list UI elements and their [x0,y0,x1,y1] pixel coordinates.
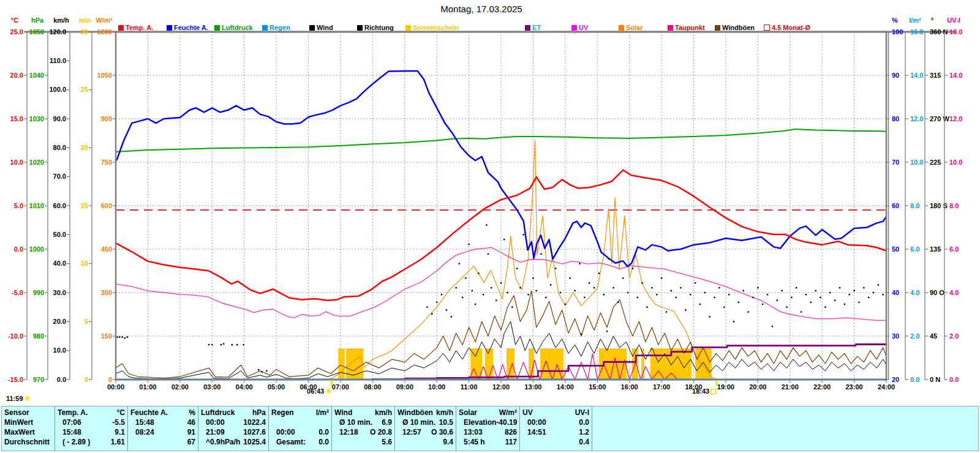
axis-label-uvi: 10.0 [949,159,962,166]
stats-row-label: Durchschnitt [4,437,52,447]
stats-avg: ( - 2.89 )1.61 [58,437,125,447]
wind-direction-dot [468,244,469,245]
stats-max: 12:57O 30.6 [398,427,453,437]
wind-direction-dot [762,304,763,305]
x-axis-label: 17:00 [653,383,670,391]
axis-label-pct: 90 [892,72,899,79]
stats-avg-value: 1025.4 [243,437,266,447]
axis-label-lm2: 2.0 [910,332,919,340]
axis-label-kmh: 70.0 [53,173,66,180]
axis-label-uvi: 8.0 [949,202,959,209]
stats-header-unit: hPa [252,408,266,417]
stats-min: 00:000.0 [522,417,589,427]
x-axis-label: 09:00 [396,383,413,391]
wind-direction-dot [455,287,456,288]
axis-label-pct: 20 [892,376,899,383]
wind-direction-dot [637,297,638,298]
wind-direction-dot [522,234,524,235]
day-length-marker: 11:59 ☀ [6,395,31,402]
wind-direction-dot [579,263,580,264]
wind-direction-dot [834,299,835,301]
wind-direction-dot [574,290,575,291]
wind-direction-dot [436,302,437,303]
axis-label-lm2: 16.0 [910,28,923,36]
x-axis-label: 04:00 [236,383,253,391]
axis-label-pct: 60 [892,202,899,209]
wind-direction-dot [646,306,647,307]
x-axis-label: 15:00 [589,383,606,391]
axis-label-min: 30 [81,28,88,36]
stats-min: 00:001022.4 [201,417,266,427]
stats-min-label: 15:48 [130,417,154,427]
stats-max: 14:511.2 [522,427,589,437]
wind-direction-dot [483,294,484,295]
stats-col-wind: Windkm/hØ 10 min.6.912:18O 20.85.6 [331,406,394,451]
wind-direction-dot [527,294,529,295]
axis-label-deg: 135 [930,245,941,253]
wind-direction-dot [839,287,840,288]
axis-label-kmh: 10.0 [53,346,66,354]
axis-label-uvi: 12.0 [949,115,962,122]
stats-avg-label: 5:45 h [459,437,485,447]
wind-direction-dot [641,282,643,283]
stats-min: 15:4846 [130,417,195,427]
axis-label-lm2: 12.0 [910,115,923,122]
wind-direction-dot [119,336,120,337]
axis-label-lm2: 10.0 [910,159,923,166]
wind-direction-dot [478,272,479,274]
series-gusts [116,291,886,378]
wind-direction-dot [863,287,864,288]
stats-min: 07:06-5.5 [58,417,125,427]
wind-direction-dot [738,302,739,303]
stats-header-name: Windböen [398,408,433,417]
stats-row-label: MinWert [4,417,52,427]
sunrise-icon: ☀ [325,389,332,394]
stats-max-value: O 30.6 [431,427,453,437]
wind-direction-dot [507,292,508,293]
wind-direction-dot [829,292,831,293]
day-length-value: 11:59 [6,395,23,402]
axis-label-wm2: 600 [101,202,112,209]
stats-header: Windkm/h [334,408,392,417]
x-axis-label: 14:00 [557,383,574,391]
stats-avg: 9.4 [398,437,453,447]
axis-label-lm2: 8.0 [910,202,919,209]
wind-direction-dot [743,290,744,291]
axis-label-wm2: 150 [101,332,112,340]
axis-label-temp: 20.0 [10,72,23,79]
wind-direction-dot [878,284,879,285]
axis-label-wm2: 450 [101,245,112,253]
axis-label-deg: 0 N [930,376,940,383]
stats-col-temp.-a.: Temp. A.°C07:06-5.515:489.1( - 2.89 )1.6… [55,406,127,451]
stats-max-value: 1027.6 [243,427,266,437]
x-axis-label: 02:00 [172,383,189,391]
stats-min: Ø 10 min.6.9 [334,417,392,427]
wind-direction-dot [728,294,729,295]
axis-label-lm2: 0.0 [910,376,919,383]
wind-direction-dot [116,336,118,337]
axis-label-uvi: 4.0 [949,289,959,296]
stats-header-name: Regen [271,408,294,417]
stats-max-label: 13:03 [459,427,483,437]
wind-direction-dot [243,344,244,345]
stats-row-label: Sensor [4,408,52,417]
stats-avg-label [522,437,527,447]
wind-direction-dot [535,290,537,291]
series-humidity [117,71,886,267]
wind-direction-dot [781,290,782,291]
wind-direction-dot [796,287,797,288]
wind-direction-dot [685,309,686,310]
wind-direction-dot [569,277,570,279]
stats-avg-value: 1.61 [111,437,125,447]
wind-direction-dot [733,321,734,322]
stats-avg: ^0.9hPa/h1025.4 [201,437,266,447]
wind-direction-dot [565,304,566,305]
stats-max-label: 08:24 [130,427,154,437]
axis-label-temp: 15.0 [10,115,23,122]
axis-label-kmh: 30.0 [53,289,66,296]
stats-avg-label [398,437,402,447]
stats-max-value: O 20.8 [370,427,392,437]
axis-label-temp: 0.0 [14,245,23,253]
wind-direction-dot [516,268,518,269]
stats-col-feuchte-a.: Feuchte A.%15:484608:249167 [127,406,198,451]
